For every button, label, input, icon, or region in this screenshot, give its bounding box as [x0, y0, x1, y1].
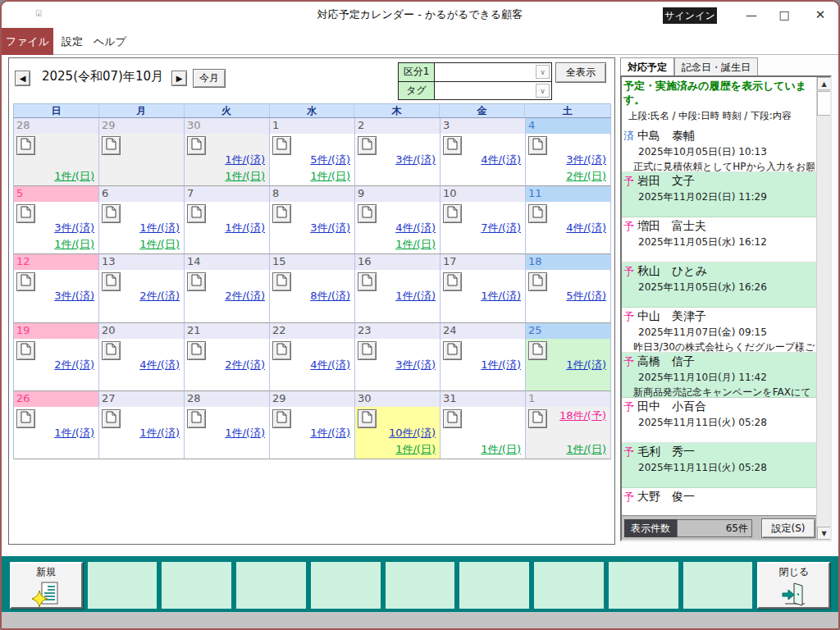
done-count-link[interactable]: 1件/(済)	[481, 289, 521, 304]
signin-button[interactable]: サインイン	[663, 7, 717, 24]
calendar-cell[interactable]: 29	[99, 118, 185, 186]
new-entry-button[interactable]	[272, 204, 291, 223]
calendar-cell[interactable]: 3010件/(済)1件/(日)	[355, 391, 441, 459]
calendar-cell[interactable]: 224件/(済)	[270, 323, 355, 391]
new-entry-button[interactable]	[358, 341, 377, 360]
list-item[interactable]: 予増田 富士夫2025年11月05日(水) 16:12	[622, 217, 816, 262]
list-item[interactable]: 予田中 小百合2025年11月11日(火) 05:28	[622, 398, 816, 443]
calendar-cell[interactable]: 291件/(済)	[270, 391, 355, 459]
calendar-cell[interactable]: 261件/(済)	[14, 391, 99, 459]
anniversary-count-link[interactable]: 1件/(日)	[310, 169, 350, 184]
calendar-cell[interactable]: 161件/(済)	[355, 254, 441, 322]
done-count-link[interactable]: 4件/(済)	[310, 358, 350, 372]
new-entry-button[interactable]	[187, 204, 206, 223]
calendar-cell[interactable]: 301件/(済)1件/(日)	[185, 118, 270, 186]
scroll-up-icon[interactable]: ▲	[817, 77, 831, 90]
minimize-icon[interactable]: —	[733, 2, 769, 28]
new-entry-button[interactable]	[528, 409, 547, 428]
list-item[interactable]: 予高橋 信子2025年11月10日(月) 11:42新商品発売記念キャンペーンを…	[622, 353, 816, 398]
list-item[interactable]: 予岩田 文子2025年11月02日(日) 11:29	[622, 172, 816, 217]
done-count-link[interactable]: 1件/(済)	[395, 289, 436, 304]
done-count-link[interactable]: 3件/(済)	[54, 289, 94, 304]
new-entry-button[interactable]	[528, 204, 547, 223]
done-count-link[interactable]: 1件/(済)	[481, 358, 521, 372]
calendar-cell[interactable]: 34件/(済)	[441, 118, 526, 186]
calendar-cell[interactable]: 123件/(済)	[14, 254, 99, 322]
done-count-link[interactable]: 10件/(済)	[389, 426, 436, 441]
calendar-cell[interactable]: 281件/(日)	[14, 118, 99, 186]
done-count-link[interactable]: 4件/(済)	[566, 221, 606, 235]
done-count-link[interactable]: 1件/(済)	[139, 221, 180, 235]
new-entry-button[interactable]	[358, 409, 377, 428]
calendar-cell[interactable]: 132件/(済)	[99, 254, 185, 322]
anniversary-count-link[interactable]: 1件/(日)	[139, 237, 180, 252]
done-count-link[interactable]: 1件/(済)	[225, 153, 265, 167]
new-entry-button[interactable]	[16, 341, 35, 360]
done-count-link[interactable]: 2件/(済)	[225, 358, 265, 372]
calendar-cell[interactable]: 114件/(済)	[526, 186, 611, 254]
calendar-cell[interactable]: 281件/(済)	[185, 391, 270, 459]
new-entry-button[interactable]	[443, 136, 462, 155]
today-button[interactable]: 今月	[193, 69, 226, 88]
calendar-cell[interactable]: 94件/(済)1件/(日)	[355, 186, 441, 254]
new-entry-button[interactable]	[528, 272, 547, 291]
menu-help[interactable]: ヘルプ	[92, 28, 128, 55]
kubun-select[interactable]: ∨	[435, 63, 551, 81]
done-count-link[interactable]: 4件/(済)	[139, 358, 180, 372]
calendar-cell[interactable]: 71件/(済)	[185, 186, 270, 254]
prev-month-button[interactable]: ◀	[15, 71, 30, 86]
calendar-cell[interactable]: 192件/(済)	[14, 323, 99, 391]
new-entry-button[interactable]	[443, 204, 462, 223]
new-entry-button[interactable]	[16, 409, 35, 428]
calendar-cell[interactable]: 142件/(済)	[185, 254, 270, 322]
calendar-cell[interactable]: 311件/(日)	[441, 391, 526, 459]
done-count-link[interactable]: 2件/(済)	[139, 289, 180, 304]
new-entry-button[interactable]	[528, 341, 547, 360]
new-entry-button[interactable]	[272, 136, 291, 155]
new-entry-button[interactable]	[272, 272, 291, 291]
done-count-link[interactable]: 8件/(済)	[310, 289, 350, 304]
done-count-link[interactable]: 3件/(済)	[395, 358, 436, 372]
done-count-link[interactable]: 7件/(済)	[481, 221, 521, 235]
planned-count-link[interactable]: 18件/(予)	[559, 409, 606, 423]
done-count-link[interactable]: 2件/(済)	[54, 358, 94, 372]
calendar-cell[interactable]: 61件/(済)1件/(日)	[99, 186, 185, 254]
tab-schedule[interactable]: 対応予定	[620, 57, 674, 75]
calendar-cell[interactable]: 233件/(済)	[355, 323, 441, 391]
done-count-link[interactable]: 1件/(済)	[225, 221, 265, 235]
new-entry-button[interactable]	[358, 204, 377, 223]
done-count-link[interactable]: 3件/(済)	[566, 153, 606, 167]
scrollbar[interactable]: ▲ ▼	[816, 77, 830, 540]
show-all-button[interactable]: 全表示	[555, 62, 606, 83]
next-month-button[interactable]: ▶	[171, 71, 187, 86]
list-item[interactable]: 予秋山 ひとみ2025年11月05日(水) 16:26	[622, 262, 816, 308]
done-count-link[interactable]: 5件/(済)	[566, 289, 606, 304]
calendar-cell[interactable]: 15件/(済)1件/(日)	[270, 118, 355, 186]
new-entry-button[interactable]	[16, 272, 35, 291]
maximize-icon[interactable]: □	[766, 2, 802, 28]
calendar-cell[interactable]: 53件/(済)1件/(日)	[14, 186, 99, 254]
calendar-cell[interactable]: 43件/(済)2件/(日)	[526, 118, 611, 186]
done-count-link[interactable]: 1件/(済)	[225, 426, 265, 441]
new-entry-button[interactable]	[272, 409, 291, 428]
calendar-cell[interactable]: 158件/(済)	[270, 254, 355, 322]
tab-anniversary[interactable]: 記念日・誕生日	[674, 57, 758, 75]
done-count-link[interactable]: 1件/(済)	[139, 426, 180, 441]
new-entry-button[interactable]	[102, 136, 121, 155]
done-count-link[interactable]: 3件/(済)	[310, 221, 350, 235]
done-count-link[interactable]: 1件/(済)	[310, 426, 350, 441]
calendar-cell[interactable]: 171件/(済)	[441, 254, 526, 322]
new-entry-button[interactable]	[358, 272, 377, 291]
calendar-cell[interactable]: 212件/(済)	[185, 323, 270, 391]
calendar-cell[interactable]: 185件/(済)	[526, 254, 611, 322]
close-icon[interactable]: ✕	[802, 2, 838, 28]
menu-file[interactable]: ファイル	[2, 28, 53, 55]
done-count-link[interactable]: 5件/(済)	[310, 153, 350, 167]
new-entry-button[interactable]	[187, 341, 206, 360]
scroll-down-icon[interactable]: ▼	[817, 527, 831, 540]
anniversary-count-link[interactable]: 1件/(日)	[481, 442, 521, 457]
menu-settings[interactable]: 設定	[56, 28, 89, 55]
chevron-down-icon[interactable]: ∨	[536, 65, 550, 79]
scrollbar-thumb[interactable]	[817, 91, 831, 116]
anniversary-count-link[interactable]: 1件/(日)	[225, 169, 265, 184]
